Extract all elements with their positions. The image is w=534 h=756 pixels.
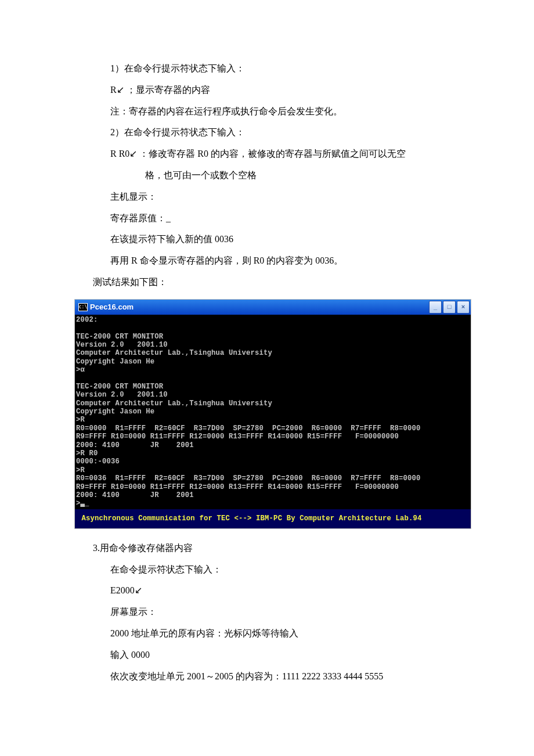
term-line: Copyright Jason He (76, 358, 154, 366)
text-line: 测试结果如下图： (93, 272, 464, 293)
section-1-tail: 测试结果如下图： (0, 272, 534, 293)
text-line: 在该提示符下输入新的值 0036 (110, 229, 464, 250)
text-line: 依次改变地址单元 2001～2005 的内容为：1111 2222 3333 4… (110, 666, 464, 687)
comment-text: ；显示寄存器的内容 (124, 85, 210, 95)
text-line: 输入 0000 (110, 645, 464, 666)
terminal-output[interactable]: 2002: TEC-2000 CRT MONITOR Version 2.0 2… (75, 315, 471, 509)
text-line: 格，也可由一个或数个空格 (110, 165, 464, 186)
text-line: 2000 地址单元的原有内容：光标闪烁等待输入 (110, 623, 464, 645)
text-line: 寄存器原值：_ (110, 208, 464, 229)
title-bar: c:\ Pcec16.com _ □ × (75, 300, 471, 315)
term-line: R9=FFFF R10=0000 R11=FFFF R12=0000 R13=F… (76, 483, 399, 491)
term-line: >R R0 (76, 449, 98, 458)
text-line: 屏幕显示： (110, 602, 464, 623)
term-line: >R (76, 466, 85, 474)
term-line: R0=0000 R1=FFFF R2=60CF R3=7D00 SP=2780 … (76, 424, 421, 433)
text-line: E2000↙ (110, 580, 464, 602)
term-line: R0=0036 R1=FFFF R2=60CF R3=7D00 SP=2780 … (76, 474, 421, 483)
term-line: 2002: (76, 316, 98, 324)
section-1: 1）在命令行提示符状态下输入： R↙ ；显示寄存器的内容 注：寄存器的内容在运行… (0, 58, 534, 272)
maximize-button[interactable]: □ (443, 301, 456, 314)
term-line: R9=FFFF R10=0000 R11=FFFF R12=0000 R13=F… (76, 433, 399, 441)
term-line: >α (76, 366, 85, 374)
text-line: 在命令提示符状态下输入： (110, 559, 464, 581)
section-2: 在命令提示符状态下输入： E2000↙ 屏幕显示： 2000 地址单元的原有内容… (0, 559, 534, 687)
cmd-prompt-icon: c:\ (78, 303, 88, 311)
text-line: R↙ ；显示寄存器的内容 (110, 80, 464, 101)
cmd-text: E2000 (110, 585, 135, 595)
comment-text: ：修改寄存器 R0 的内容，被修改的寄存器与所赋值之间可以无空 (137, 149, 406, 159)
term-line: 0000:-0036 (76, 458, 120, 466)
text-line: 再用 R 命令显示寄存器的内容，则 R0 的内容变为 0036。 (110, 250, 464, 272)
title-bar-left: c:\ Pcec16.com (78, 298, 134, 316)
term-line: Version 2.0 2001.10 (76, 391, 168, 399)
terminal-window: c:\ Pcec16.com _ □ × 2002: TEC-2000 CRT … (74, 299, 471, 529)
cmd-text: R R0 (110, 149, 129, 159)
term-line: >R (76, 416, 85, 424)
text-line: R R0↙ ：修改寄存器 R0 的内容，被修改的寄存器与所赋值之间可以无空 (110, 143, 464, 165)
enter-symbol: ↙ (117, 85, 124, 95)
term-line: 2000: 4100 JR 2001 (76, 491, 194, 499)
term-line: 2000: 4100 JR 2001 (76, 441, 194, 449)
close-button[interactable]: × (457, 301, 470, 314)
text-line: 注：寄存器的内容在运行程序或执行命令后会发生变化。 (110, 101, 464, 123)
term-line: Version 2.0 2001.10 (76, 341, 168, 349)
text-line: 1）在命令行提示符状态下输入： (110, 58, 464, 80)
section-2-head: 3.用命令修改存储器内容 (0, 538, 534, 559)
term-line: Computer Architectur Lab.,Tsinghua Unive… (76, 349, 272, 357)
enter-symbol: ↙ (135, 585, 142, 595)
window-controls: _ □ × (429, 301, 470, 314)
term-line: TEC-2000 CRT MONITOR (76, 333, 163, 341)
term-line: TEC-2000 CRT MONITOR (76, 383, 163, 391)
term-line: Copyright Jason He (76, 408, 154, 416)
text-line: 2）在命令行提示符状态下输入： (110, 122, 464, 143)
text-line: 3.用命令修改存储器内容 (93, 538, 464, 559)
terminal-status-bar: Asynchronous Communication for TEC <--> … (75, 509, 471, 528)
cmd-text: R (110, 85, 117, 95)
term-line: >▃_ (76, 499, 89, 507)
minimize-button[interactable]: _ (429, 301, 442, 314)
text-line: 主机显示： (110, 186, 464, 208)
document-page: 1）在命令行提示符状态下输入： R↙ ；显示寄存器的内容 注：寄存器的内容在运行… (0, 0, 534, 722)
enter-symbol: ↙ (129, 149, 137, 159)
term-line: Computer Architectur Lab.,Tsinghua Unive… (76, 399, 272, 408)
window-title: Pcec16.com (90, 298, 134, 316)
